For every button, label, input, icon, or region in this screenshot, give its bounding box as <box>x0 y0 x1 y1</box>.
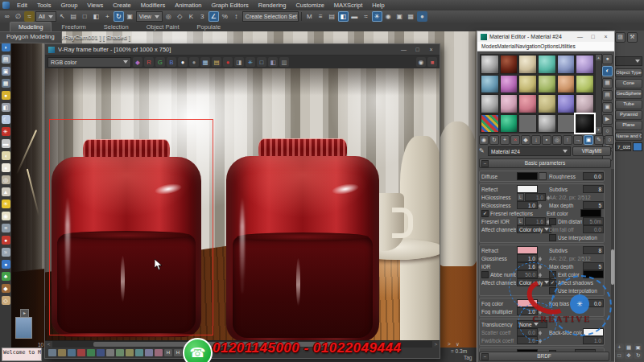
menu-item[interactable]: Edit <box>12 2 32 9</box>
max-depth-field[interactable]: 5 <box>583 201 604 209</box>
object-type-rollout[interactable]: Object Type <box>615 68 642 77</box>
unlink-selection-icon[interactable]: ∅ <box>13 11 23 22</box>
monitor-icon[interactable]: ▣ <box>2 67 10 76</box>
keyboard-override-icon[interactable]: K <box>186 11 196 22</box>
render-production-icon[interactable]: ● <box>417 11 427 22</box>
palette-scrollbar[interactable]: ▴▾ <box>595 54 602 134</box>
material-swatch[interactable] <box>518 75 537 94</box>
parameters-scrollbar[interactable] <box>611 169 614 361</box>
ribbon-tab[interactable]: Modeling <box>10 22 52 31</box>
pixel-info-icon[interactable]: ◧ <box>268 57 278 67</box>
refract-exit-color-checkbox[interactable] <box>549 271 556 278</box>
monochrome-icon[interactable]: ● <box>189 57 199 67</box>
material-swatch[interactable] <box>538 55 556 74</box>
wood-icon[interactable]: ◆ <box>2 284 10 293</box>
dim-falloff-field[interactable]: 0.0 <box>583 225 604 233</box>
material-swatch[interactable] <box>557 114 576 134</box>
spinner-snap-icon[interactable]: ↕ <box>231 11 242 22</box>
stone-icon[interactable]: ◇ <box>2 296 10 305</box>
zoom-icon[interactable]: + <box>615 343 624 351</box>
menu-item[interactable]: Modifiers <box>136 2 170 9</box>
material-swatch[interactable] <box>576 55 594 74</box>
display-tab-icon[interactable]: ▨ <box>615 32 625 43</box>
ribbon-tab[interactable]: Object Paint <box>138 23 188 31</box>
zoom-region-icon[interactable]: □ <box>615 352 624 359</box>
select-and-link-icon[interactable]: ∞ <box>2 11 12 22</box>
window-crossing-icon[interactable]: ◧ <box>91 11 101 22</box>
put-to-scene-icon[interactable]: ↻ <box>489 135 499 145</box>
basic-parameters-rollout[interactable]: −Basic parameters <box>479 158 611 168</box>
roughness-field[interactable]: 0.0 <box>583 172 604 180</box>
scroll-down-icon[interactable]: ▾ <box>596 127 601 133</box>
mountain-icon[interactable]: ▲ <box>2 187 10 196</box>
sphere-icon[interactable]: ● <box>2 163 10 172</box>
vfb-histogram2-icon[interactable]: H <box>174 349 182 356</box>
vfb-blue-icon[interactable] <box>97 349 105 356</box>
reset-map-icon[interactable]: × <box>510 135 520 145</box>
render-last-icon[interactable]: ◉ <box>416 57 426 67</box>
vfb-channel-dropdown[interactable]: RGB color <box>47 57 131 68</box>
reflect-color-swatch[interactable] <box>517 185 538 193</box>
abbe-checkbox[interactable] <box>481 271 489 278</box>
track-mouse-icon[interactable]: ✳ <box>246 57 255 67</box>
vfb-cc-icon[interactable] <box>116 349 124 356</box>
use-pivot-center-icon[interactable]: ◎ <box>163 11 174 22</box>
menu-item[interactable]: Views <box>82 2 108 9</box>
speaker-icon[interactable]: ◧ <box>2 103 10 112</box>
menu-item[interactable]: Tools <box>32 2 56 9</box>
mirror-icon[interactable]: M <box>304 11 315 22</box>
scroll-left-icon[interactable]: < <box>45 341 52 348</box>
ball-icon[interactable]: ● <box>2 236 10 245</box>
sun-icon[interactable]: ☀ <box>2 200 10 208</box>
zoom-all-icon[interactable]: ▦ <box>625 343 634 351</box>
maximize-button[interactable]: □ <box>588 34 598 39</box>
ribbon-toggle-icon[interactable]: ▬ <box>349 11 360 22</box>
affect-channels-dropdown[interactable]: Color only <box>517 225 551 233</box>
curve-editor-icon[interactable]: ≈ <box>361 11 371 22</box>
maxscript-mini-listener[interactable]: Welcome to M <box>2 348 42 361</box>
pick-material-icon[interactable]: ✎ <box>594 135 604 145</box>
material-swatch[interactable] <box>538 75 556 94</box>
material-swatch[interactable] <box>557 94 576 113</box>
material-editor-icon[interactable]: ◉ <box>383 11 394 22</box>
snaps-toggle-icon[interactable]: 3 <box>197 11 208 22</box>
align-icon[interactable]: ≡ <box>316 11 326 22</box>
rendered-image[interactable] <box>45 68 440 340</box>
menu-item[interactable]: Graph Editors <box>207 2 254 9</box>
sample-type-icon[interactable]: ● <box>602 54 613 64</box>
refract-color-swatch[interactable] <box>517 246 538 254</box>
material-swatch[interactable] <box>576 94 594 113</box>
ribbon-tab[interactable]: Populate <box>189 23 229 31</box>
backside-color-swatch[interactable] <box>583 328 604 336</box>
primitive-button[interactable]: Pyramid <box>615 110 642 120</box>
object-name-field[interactable]: 7_005 <box>615 142 631 151</box>
spinner[interactable] <box>539 308 543 315</box>
vfb-stamp-icon[interactable] <box>48 349 56 356</box>
clear-image-icon[interactable]: ● <box>223 57 233 67</box>
refract-affect-channels-dropdown[interactable]: Color only <box>517 278 551 286</box>
fog-multiplier-field[interactable]: 1.0 <box>517 307 538 315</box>
minimize-button[interactable]: — <box>398 47 409 52</box>
waves-icon[interactable]: ≈ <box>2 248 10 257</box>
primitive-button[interactable]: GeoSphere <box>615 89 642 99</box>
scroll-right-icon[interactable]: > <box>432 341 440 348</box>
select-object-icon[interactable]: ↖ <box>57 11 68 22</box>
polygon-modeling-tab[interactable]: Polygon Modeling <box>0 31 62 43</box>
spinner[interactable] <box>539 271 543 278</box>
lamp-icon[interactable]: ● <box>2 91 10 100</box>
ribbon-tab[interactable]: Freeform <box>53 23 93 31</box>
shell-icon[interactable]: ◎ <box>2 175 10 184</box>
utilities-tab-icon[interactable]: ⚒ <box>627 32 638 43</box>
dome-icon[interactable]: ◖ <box>2 151 10 160</box>
get-material-icon[interactable]: ◉ <box>479 135 489 145</box>
minimize-button[interactable]: — <box>575 34 585 39</box>
fresnel-checkbox[interactable] <box>481 210 489 217</box>
material-swatch[interactable] <box>557 75 576 94</box>
angle-snap-icon[interactable]: ∠ <box>208 11 219 22</box>
collapse-icon[interactable]: − <box>481 353 489 360</box>
select-by-name-icon[interactable]: ▤ <box>68 11 79 22</box>
spinner[interactable] <box>539 202 543 209</box>
rglossiness-field[interactable]: 1.0 <box>517 201 538 209</box>
leaf-icon[interactable]: ♣ <box>2 272 10 281</box>
menu-item[interactable]: Utilities <box>559 43 576 49</box>
